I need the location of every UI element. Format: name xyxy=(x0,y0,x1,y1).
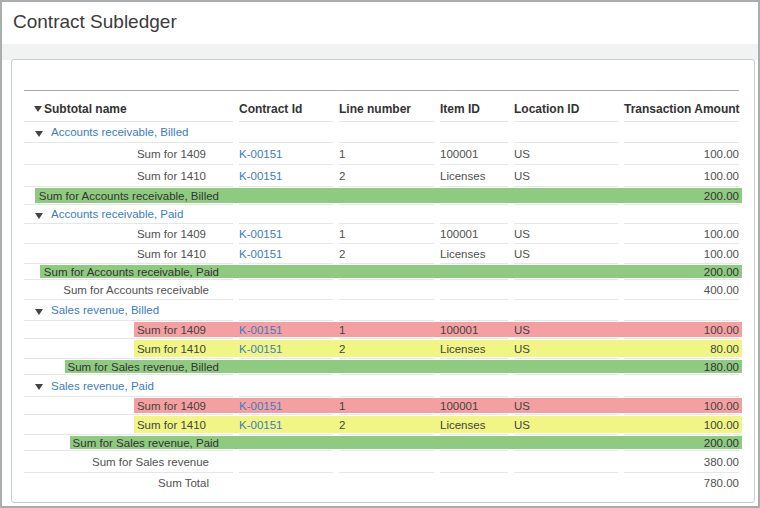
table-row: Sum for 1410K-001512LicensesUS80.00 xyxy=(12,339,754,359)
item-id-cell: Licenses xyxy=(440,244,485,264)
location-id-cell: US xyxy=(514,224,530,244)
amount-cell: 200.00 xyxy=(624,187,739,205)
results-panel: Subtotal name Contract Id Line number It… xyxy=(11,59,755,503)
subtotal-label: Sum for Sales revenue xyxy=(24,451,209,473)
group-link[interactable]: Accounts receivable, Billed xyxy=(51,126,188,138)
contract-id-link[interactable]: K-00151 xyxy=(239,324,282,336)
amount-cell: 380.00 xyxy=(624,451,739,473)
location-id-cell: US xyxy=(514,165,530,187)
page: Contract Subledger Subtotal name Contrac… xyxy=(0,0,760,508)
contract-id-link[interactable]: K-00151 xyxy=(239,170,282,182)
location-id-cell: US xyxy=(514,143,530,165)
line-number-cell: 1 xyxy=(339,224,345,244)
item-id-cell: 100001 xyxy=(440,224,478,244)
subtotal-label: Sum for 1410 xyxy=(24,415,206,435)
amount-cell: 780.00 xyxy=(624,473,739,493)
table-row: Sum for 1410K-001512LicensesUS100.00 xyxy=(12,165,754,187)
amount-cell: 80.00 xyxy=(624,339,739,359)
item-id-cell: Licenses xyxy=(440,165,485,187)
item-id-cell: 100001 xyxy=(440,143,478,165)
location-id-cell: US xyxy=(514,321,530,339)
column-header-location-id[interactable]: Location ID xyxy=(514,91,579,122)
column-header-contract-id[interactable]: Contract Id xyxy=(239,91,302,122)
column-header-subtotal-name[interactable]: Subtotal name xyxy=(44,91,127,122)
table-row: Sum for 1410K-001512LicensesUS100.00 xyxy=(12,415,754,435)
item-id-cell: 100001 xyxy=(440,321,478,339)
line-number-cell: 1 xyxy=(339,321,345,339)
subtotal-row: Sum for Accounts receivable, Billed200.0… xyxy=(12,187,754,205)
line-number-cell: 1 xyxy=(339,143,345,165)
contract-id-link[interactable]: K-00151 xyxy=(239,248,282,260)
subtotal-label: Sum for 1410 xyxy=(24,165,206,187)
amount-cell: 200.00 xyxy=(624,435,739,451)
subtotal-label: Sum for 1409 xyxy=(24,321,206,339)
subtotal-label: Sum for Accounts receivable, Paid xyxy=(24,264,219,280)
group-header-row: Sales revenue, Billed xyxy=(12,300,754,321)
contract-id-link[interactable]: K-00151 xyxy=(239,343,282,355)
amount-cell: 100.00 xyxy=(624,397,739,415)
amount-cell: 100.00 xyxy=(624,415,739,435)
amount-cell: 100.00 xyxy=(624,224,739,244)
sort-descending-icon[interactable] xyxy=(34,106,42,112)
table-row: Sum for 1409K-001511100001US100.00 xyxy=(12,397,754,415)
subtotal-label: Sum for Sales revenue, Billed xyxy=(24,359,219,375)
group-link[interactable]: Accounts receivable, Paid xyxy=(51,208,183,220)
subtotal-label: Sum for 1409 xyxy=(24,143,206,165)
subtotal-row: Sum for Sales revenue, Billed180.00 xyxy=(12,359,754,375)
amount-cell: 100.00 xyxy=(624,321,739,339)
subtotal-label: Sum for Accounts receivable, Billed xyxy=(24,187,219,205)
collapse-group-icon[interactable] xyxy=(35,131,43,137)
amount-cell: 180.00 xyxy=(624,359,739,375)
subtotal-label: Sum for 1409 xyxy=(24,397,206,415)
results-table: Subtotal name Contract Id Line number It… xyxy=(12,60,754,502)
line-number-cell: 2 xyxy=(339,165,345,187)
column-header-transaction-amount[interactable]: Transaction Amount xyxy=(624,91,739,122)
page-title: Contract Subledger xyxy=(13,11,177,33)
subtotal-label: Sum for 1409 xyxy=(24,224,206,244)
subtotal-row: Sum for Accounts receivable, Paid200.00 xyxy=(12,264,754,280)
table-row: Sum for 1409K-001511100001US100.00 xyxy=(12,321,754,339)
amount-cell: 100.00 xyxy=(624,165,739,187)
subtotal-label: Sum for Sales revenue, Paid xyxy=(24,435,219,451)
location-id-cell: US xyxy=(514,244,530,264)
collapse-group-icon[interactable] xyxy=(35,309,43,315)
subtotal-row: Sum Total780.00 xyxy=(12,473,754,493)
contract-id-link[interactable]: K-00151 xyxy=(239,148,282,160)
amount-cell: 100.00 xyxy=(624,143,739,165)
toolbar-strip xyxy=(2,44,758,60)
table-row: Sum for 1409K-001511100001US100.00 xyxy=(12,224,754,244)
line-number-cell: 2 xyxy=(339,244,345,264)
line-number-cell: 1 xyxy=(339,397,345,415)
location-id-cell: US xyxy=(514,397,530,415)
amount-cell: 100.00 xyxy=(624,244,739,264)
subtotal-row: Sum for Accounts receivable400.00 xyxy=(12,280,754,300)
group-header-row: Accounts receivable, Billed xyxy=(12,122,754,143)
table-row: Sum for 1409K-001511100001US100.00 xyxy=(12,143,754,165)
column-header-item-id[interactable]: Item ID xyxy=(440,91,480,122)
column-header-line-number[interactable]: Line number xyxy=(339,91,411,122)
subtotal-row: Sum for Sales revenue, Paid200.00 xyxy=(12,435,754,451)
table-header-row: Subtotal name Contract Id Line number It… xyxy=(12,91,754,122)
subtotal-label: Sum for 1410 xyxy=(24,339,206,359)
group-link[interactable]: Sales revenue, Paid xyxy=(51,380,154,392)
collapse-group-icon[interactable] xyxy=(35,213,43,219)
contract-id-link[interactable]: K-00151 xyxy=(239,400,282,412)
item-id-cell: Licenses xyxy=(440,415,485,435)
amount-cell: 200.00 xyxy=(624,264,739,280)
location-id-cell: US xyxy=(514,339,530,359)
subtotal-label: Sum for Accounts receivable xyxy=(24,280,209,300)
location-id-cell: US xyxy=(514,415,530,435)
collapse-group-icon[interactable] xyxy=(35,384,43,390)
amount-cell: 400.00 xyxy=(624,280,739,300)
table-row: Sum for 1410K-001512LicensesUS100.00 xyxy=(12,244,754,264)
subtotal-row: Sum for Sales revenue380.00 xyxy=(12,451,754,473)
group-header-row: Accounts receivable, Paid xyxy=(12,205,754,224)
group-link[interactable]: Sales revenue, Billed xyxy=(51,304,159,316)
line-number-cell: 2 xyxy=(339,415,345,435)
item-id-cell: Licenses xyxy=(440,339,485,359)
line-number-cell: 2 xyxy=(339,339,345,359)
contract-id-link[interactable]: K-00151 xyxy=(239,228,282,240)
contract-id-link[interactable]: K-00151 xyxy=(239,419,282,431)
subtotal-label: Sum Total xyxy=(24,473,209,493)
item-id-cell: 100001 xyxy=(440,397,478,415)
